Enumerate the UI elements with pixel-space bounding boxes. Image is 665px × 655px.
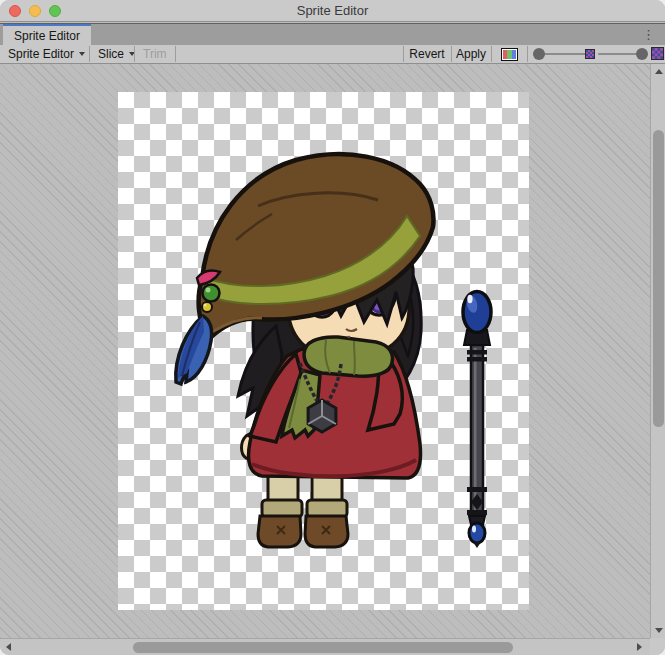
tab-label: Sprite Editor [14, 29, 80, 43]
tab-sprite-editor[interactable]: Sprite Editor [3, 24, 91, 46]
window-title: Sprite Editor [0, 3, 665, 18]
tab-bar: Sprite Editor ⋮ [0, 23, 665, 45]
rgb-channels-icon[interactable] [501, 48, 518, 61]
revert-button-label: Revert [409, 47, 444, 61]
mip-small-icon [585, 49, 595, 59]
toolbar-separator [175, 46, 176, 62]
scroll-up-arrow-icon[interactable] [655, 69, 663, 74]
horizontal-scrollbar-thumb[interactable] [133, 642, 513, 653]
trim-button-label: Trim [143, 47, 167, 61]
chevron-down-icon [79, 52, 85, 56]
mip-slider-track[interactable] [598, 53, 640, 55]
apply-button[interactable]: Apply [452, 45, 490, 63]
horizontal-scrollbar[interactable] [0, 638, 650, 655]
zoom-slider-thumb[interactable] [533, 48, 545, 60]
slice-dropdown-label: Slice [98, 47, 124, 61]
canvas-viewport[interactable] [0, 64, 650, 638]
vertical-scrollbar-thumb[interactable] [653, 130, 664, 427]
mip-large-icon [651, 47, 664, 60]
scroll-down-arrow-icon[interactable] [655, 628, 663, 633]
toolbar-separator [527, 46, 528, 62]
scroll-right-arrow-icon[interactable] [637, 643, 642, 651]
trim-button[interactable]: Trim [135, 45, 175, 63]
apply-button-label: Apply [456, 47, 486, 61]
toolbar-separator [491, 46, 492, 62]
vertical-scrollbar[interactable] [650, 64, 665, 638]
sprite-editor-window: Sprite Editor Sprite Editor ⋮ Sprite Edi… [0, 0, 665, 655]
texture-transparency-checkerboard [118, 92, 529, 610]
scroll-left-arrow-icon[interactable] [6, 643, 11, 651]
title-bar[interactable]: Sprite Editor [0, 0, 665, 22]
scrollbar-corner [650, 638, 665, 655]
kebab-menu-icon[interactable]: ⋮ [642, 26, 655, 44]
blue-channel-swatch [512, 50, 516, 59]
revert-button[interactable]: Revert [404, 45, 450, 63]
sprite-editor-dropdown[interactable]: Sprite Editor [0, 45, 93, 63]
mip-slider-thumb[interactable] [636, 48, 648, 60]
sprite-editor-dropdown-label: Sprite Editor [8, 47, 74, 61]
